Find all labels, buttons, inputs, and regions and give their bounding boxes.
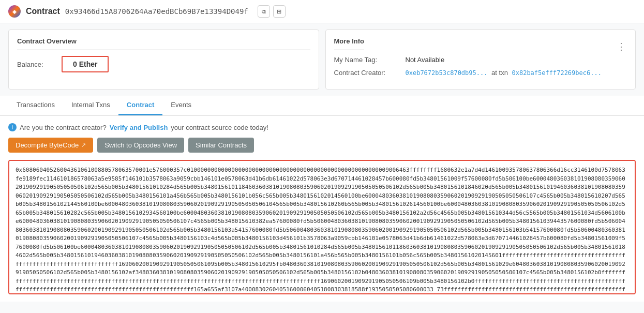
balance-label: Balance: bbox=[17, 61, 53, 68]
info-notice: i Are you the contract creator? Verify a… bbox=[8, 123, 636, 131]
balance-value: 0 Ether bbox=[62, 56, 109, 72]
copy-button[interactable]: ⧉ bbox=[258, 5, 270, 18]
decompile-label: Decompile ByteCode bbox=[16, 141, 79, 149]
contract-overview-title: Contract Overview bbox=[17, 37, 310, 50]
external-link-icon: ↗ bbox=[81, 142, 86, 148]
verify-publish-link[interactable]: Verify and Publish bbox=[110, 124, 168, 131]
content-area: i Are you the contract creator? Verify a… bbox=[0, 116, 644, 302]
opcodes-button[interactable]: Switch to Opcodes View bbox=[97, 138, 184, 153]
top-bar: ◈ Contract 0x93466d15A8706264Aa70edBCb69… bbox=[0, 0, 644, 23]
action-buttons-row: Decompile ByteCode ↗ Switch to Opcodes V… bbox=[8, 138, 636, 153]
bytecode-box[interactable]: 0x6080604052600436106100880578063570001e… bbox=[8, 160, 636, 294]
creator-row: Contract Creator: 0xeb7672b53c870db95...… bbox=[334, 69, 627, 77]
name-tag-row: My Name Tag: Not Available bbox=[334, 56, 627, 64]
tab-events[interactable]: Events bbox=[162, 96, 200, 115]
main-panels: Contract Overview Balance: 0 Ether More … bbox=[0, 23, 644, 96]
creator-address-link[interactable]: 0xeb7672b53c870db95... bbox=[406, 69, 488, 77]
more-info-header: More Info ⋮ bbox=[334, 37, 627, 56]
bytecode-content: 0x6080604052600436106100880578063570001e… bbox=[16, 167, 625, 294]
decompile-button[interactable]: Decompile ByteCode ↗ bbox=[8, 138, 93, 153]
creator-info: 0xeb7672b53c870db95... at txn 0x82baf5ef… bbox=[406, 69, 602, 77]
contract-overview-panel: Contract Overview Balance: 0 Ether bbox=[8, 29, 319, 90]
contract-address: 0x93466d15A8706264Aa70edBCb69B7e13394D04… bbox=[65, 7, 248, 16]
contract-icon: ◈ bbox=[8, 5, 21, 18]
page-title: Contract bbox=[26, 7, 60, 16]
creator-txn-prefix: at txn bbox=[491, 69, 508, 77]
creator-label: Contract Creator: bbox=[334, 69, 401, 77]
tab-contract[interactable]: Contract bbox=[118, 96, 162, 115]
similar-contracts-label: Similar Contracts bbox=[196, 141, 247, 149]
balance-row: Balance: 0 Ether bbox=[17, 56, 310, 72]
notice-text-before: Are you the contract creator? bbox=[20, 124, 107, 131]
opcodes-label: Switch to Opcodes View bbox=[104, 141, 177, 149]
more-info-title: More Info bbox=[334, 37, 365, 50]
similar-contracts-button[interactable]: Similar Contracts bbox=[188, 138, 254, 153]
info-icon: i bbox=[8, 123, 17, 131]
name-tag-value: Not Available bbox=[406, 56, 445, 64]
name-tag-label: My Name Tag: bbox=[334, 56, 401, 64]
more-options-button[interactable]: ⋮ bbox=[617, 41, 627, 52]
top-actions: ⧉ ⊞ bbox=[258, 5, 286, 18]
grid-button[interactable]: ⊞ bbox=[273, 5, 286, 18]
creator-txn-link[interactable]: 0x82baf5efff72269bec6... bbox=[512, 69, 602, 77]
more-info-panel: More Info ⋮ My Name Tag: Not Available C… bbox=[325, 29, 636, 90]
notice-text-after: your contract source code today! bbox=[171, 124, 268, 131]
tab-internal-txns[interactable]: Internal Txns bbox=[63, 96, 118, 115]
tab-transactions[interactable]: Transactions bbox=[8, 96, 63, 115]
tabs-bar: Transactions Internal Txns Contract Even… bbox=[0, 96, 644, 116]
